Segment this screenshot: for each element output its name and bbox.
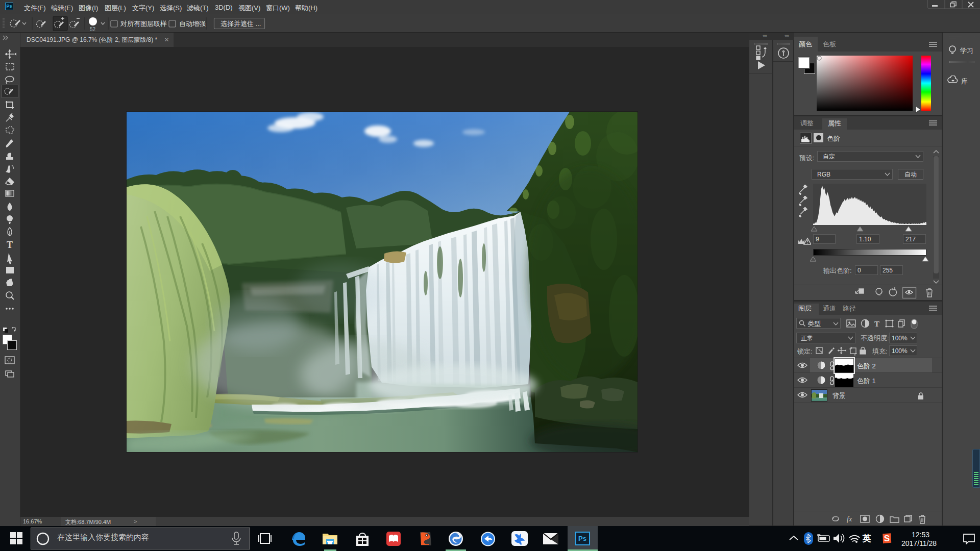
svg-text:T: T [874,320,879,328]
svg-text:T: T [7,240,13,250]
svg-text:S: S [884,534,890,543]
svg-text:fx: fx [847,515,852,523]
svg-text:52: 52 [90,27,96,32]
